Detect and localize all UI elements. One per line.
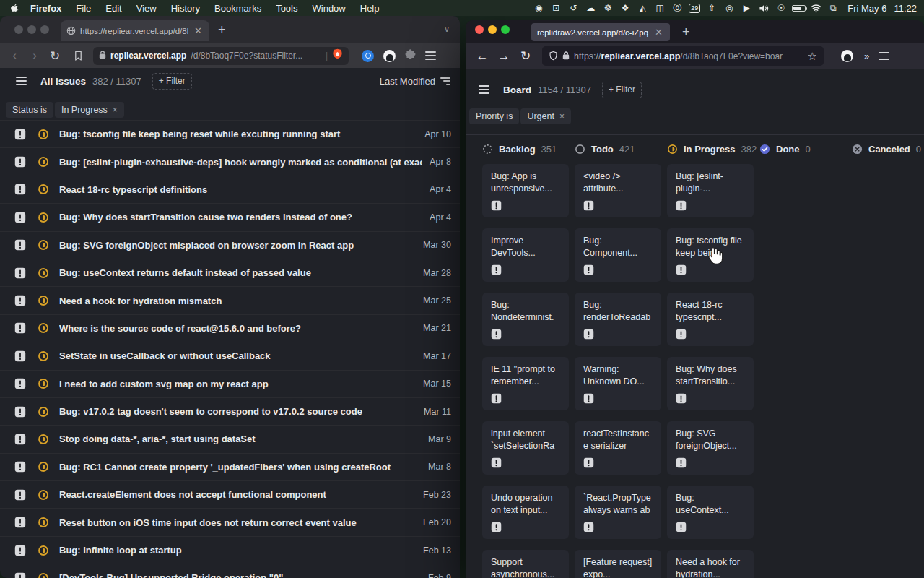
issue-card[interactable]: Bug: App is unresponsive... (482, 164, 569, 217)
issue-card[interactable]: IE 11 "prompt to remember... (482, 357, 569, 410)
cloud-icon[interactable]: ☁ (582, 0, 599, 16)
menubar-clock[interactable]: 11:22 (891, 3, 917, 14)
issue-card[interactable]: Support asynchronous... (482, 550, 569, 578)
issue-card[interactable]: Need a hook for hydration... (667, 550, 754, 578)
screen-mirroring-icon[interactable]: ⊡ (547, 0, 565, 16)
issue-row[interactable]: Bug: v17.0.2 tag doesn't seem to corresp… (0, 397, 460, 425)
issue-row[interactable]: [DevTools Bug] Unsupported Bridge operat… (0, 564, 460, 578)
filter-value-chip[interactable]: In Progress × (55, 102, 124, 118)
zero-badge-icon[interactable]: ⓪ (668, 0, 686, 16)
issue-card[interactable]: Bug: tsconfig file keep bein... (667, 228, 754, 282)
forward-button[interactable]: › (25, 48, 45, 63)
issue-card[interactable]: Bug: Why does startTransitio... (667, 357, 754, 410)
volume-icon[interactable] (755, 0, 772, 16)
issue-card[interactable]: `React.PropType always warns ab (575, 486, 661, 539)
issue-card[interactable]: React 18-rc typescript... (667, 293, 754, 346)
battery-icon[interactable] (790, 0, 807, 16)
wifi-icon[interactable] (807, 0, 824, 16)
menu-file[interactable]: File (69, 3, 98, 14)
menu-help[interactable]: Help (353, 3, 387, 14)
issue-row[interactable]: Bug: RC1 Cannot create property '_update… (0, 453, 460, 480)
filter-field-chip[interactable]: Status is (6, 102, 53, 118)
reload-button[interactable]: ↻ (515, 48, 536, 64)
issue-card[interactable]: Undo operation on text input... (482, 486, 569, 539)
docker-icon[interactable]: ☸ (599, 0, 616, 16)
issue-card[interactable]: <video /> attribute... (575, 164, 661, 217)
menu-bookmarks[interactable]: Bookmarks (207, 3, 269, 14)
add-filter-button[interactable]: + Filter (602, 82, 642, 98)
power-icon[interactable]: ◎ (720, 0, 738, 16)
menubar-date[interactable]: Fri May 6 (842, 3, 891, 14)
issue-row[interactable]: Reset button on iOS time input does not … (0, 508, 460, 535)
onepassword-icon[interactable] (362, 50, 374, 62)
remove-filter-icon[interactable]: × (559, 111, 565, 121)
menu-history[interactable]: History (164, 3, 207, 14)
tab-close-icon[interactable]: ✕ (653, 27, 664, 38)
issue-card[interactable]: Bug: [eslint-plugin-... (667, 164, 754, 217)
issue-card[interactable]: reactTestInstance serializer (575, 421, 661, 475)
github-extension-icon[interactable] (383, 50, 396, 62)
issue-card[interactable]: Bug: SVG foreignObject... (667, 421, 754, 475)
control-center-icon[interactable]: ⧉ (824, 0, 842, 16)
tab-list-chevron-icon[interactable]: ∨ (444, 25, 450, 34)
filter-field-chip[interactable]: Priority is (469, 108, 519, 124)
share-icon[interactable]: ⇧ (703, 0, 720, 16)
play-icon[interactable]: ▶ (738, 0, 755, 16)
issue-row[interactable]: Bug: useContext returns default instead … (0, 259, 460, 286)
issue-row[interactable]: React.createElement does not accept func… (0, 480, 460, 508)
back-button[interactable]: ‹ (4, 48, 25, 63)
issue-card[interactable]: Bug: Nondeterminist. (482, 293, 569, 346)
zoom-window-button[interactable] (501, 25, 510, 34)
new-tab-button[interactable]: + (218, 22, 226, 38)
overflow-chevrons-icon[interactable]: » (864, 51, 868, 61)
apple-menu-icon[interactable] (7, 3, 23, 14)
github-extension-icon[interactable] (841, 50, 853, 62)
browser-tab[interactable]: replidraw2.vercel.app/d/c-iZpq ✕ (531, 23, 670, 41)
menu-tools[interactable]: Tools (269, 3, 305, 14)
assistant-icon[interactable]: ☉ (772, 0, 790, 16)
sidebar-toggle-icon[interactable] (16, 77, 27, 85)
issue-card[interactable]: input element `setSelectionRa (482, 421, 569, 475)
issue-row[interactable]: I need to add custom svg map on my react… (0, 370, 460, 397)
close-window-button[interactable] (475, 25, 484, 34)
extensions-puzzle-icon[interactable] (405, 49, 416, 63)
calendar-icon[interactable]: 29 (686, 0, 703, 16)
menu-hamburger-icon[interactable] (425, 51, 436, 59)
minimize-window-button[interactable] (488, 25, 497, 34)
address-bar[interactable]: https:// repliear.vercel.app /d/8bTaoq7F… (542, 46, 824, 66)
issue-row[interactable]: Bug: Why does startTransition cause two … (0, 203, 460, 230)
issue-row[interactable]: Where is the source code of react@15.6.0… (0, 314, 460, 342)
issue-card[interactable]: Bug: Component... (575, 228, 661, 282)
tab-close-icon[interactable]: ✕ (193, 25, 204, 36)
sidebar-toggle-icon[interactable] (479, 85, 489, 93)
forward-button[interactable]: → (493, 49, 515, 64)
issue-row[interactable]: Stop doing data-*, aria-*, start using d… (0, 425, 460, 452)
issue-card[interactable]: Bug: renderToReadab (575, 293, 661, 346)
add-filter-button[interactable]: + Filter (152, 73, 192, 90)
bookmark-star-icon[interactable]: ☆ (808, 50, 817, 63)
menubar-app-name[interactable]: Firefox (23, 3, 69, 14)
issue-row[interactable]: Bug: [eslint-plugin-exhaustive-deps] hoo… (0, 147, 460, 175)
address-bar[interactable]: repliear.vercel.app /d/8bTaoq7F0e?status… (93, 47, 349, 65)
menu-window[interactable]: Window (305, 3, 353, 14)
issue-card[interactable]: Improve DevTools... (482, 228, 569, 282)
sync-icon[interactable]: ↺ (565, 0, 582, 16)
dropbox-icon[interactable]: ❖ (616, 0, 634, 16)
issue-row[interactable]: SetState in useCallback or without useCa… (0, 342, 460, 369)
issue-row[interactable]: Bug: SVG foreignObject misplaced on brow… (0, 231, 460, 259)
sort-control[interactable]: Last Modified (380, 76, 460, 87)
browser-tab[interactable]: https://repliear.vercel.app/d/8b ✕ (61, 20, 209, 41)
issue-row[interactable]: Bug: tsconfig file keep being reset whil… (0, 120, 460, 147)
menu-view[interactable]: View (129, 3, 164, 14)
issue-row[interactable]: Bug: Infinite loop at startupFeb 13 (0, 536, 460, 564)
minimize-window-button[interactable] (27, 25, 36, 34)
issue-card[interactable]: Warning: Unknown DO... (575, 357, 661, 410)
reload-button[interactable]: ↻ (45, 48, 65, 64)
close-window-button[interactable] (14, 25, 23, 34)
issue-row[interactable]: Need a hook for hydration mismatchMar 25 (0, 286, 460, 314)
deta-icon[interactable]: ◭ (634, 0, 651, 16)
back-button[interactable]: ← (471, 49, 493, 64)
bookmark-icon[interactable] (74, 51, 83, 61)
issue-card[interactable]: Bug: useContext... (667, 486, 754, 539)
menu-hamburger-icon[interactable] (879, 52, 889, 60)
